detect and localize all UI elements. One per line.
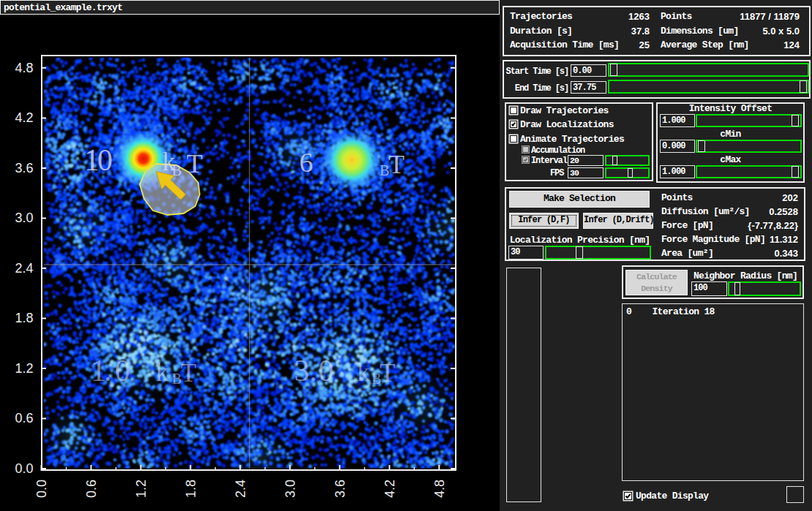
svg-text:4.8: 4.8 [432, 480, 447, 498]
svg-text:2.4: 2.4 [233, 480, 248, 498]
svg-text:4.2: 4.2 [383, 480, 397, 498]
svg-text:1.2: 1.2 [134, 480, 149, 498]
svg-text:3.6: 3.6 [333, 480, 347, 498]
svg-text:1.8: 1.8 [184, 480, 198, 498]
svg-text:0.6: 0.6 [84, 480, 99, 498]
svg-text:0.0: 0.0 [34, 480, 49, 498]
svg-text:3.0: 3.0 [283, 480, 298, 498]
